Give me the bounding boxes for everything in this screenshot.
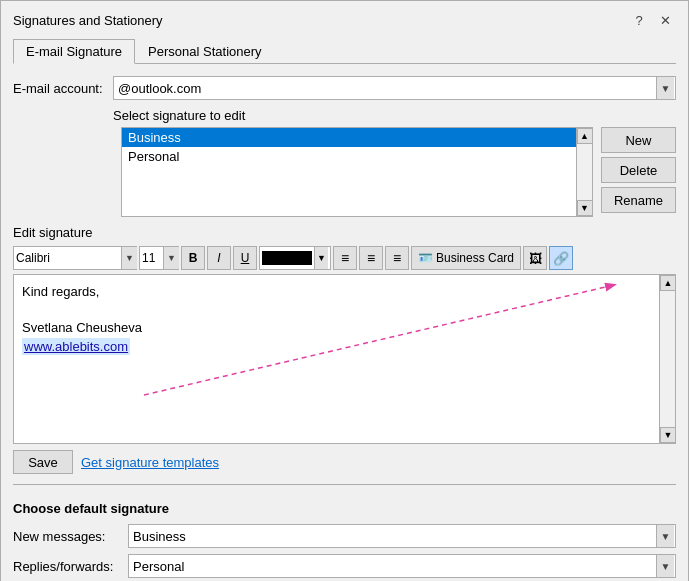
replies-row: Replies/forwards: Personal Business (non… [13, 554, 676, 578]
signature-list-box: Business Personal ▲ ▼ [121, 127, 593, 217]
signature-list-label: Select signature to edit [113, 108, 676, 123]
content-line1: Kind regards, [22, 283, 651, 301]
edit-scroll-down-icon[interactable]: ▼ [660, 427, 676, 443]
new-button[interactable]: New [601, 127, 676, 153]
new-messages-row: New messages: Business Personal (none) ▼ [13, 524, 676, 548]
edit-content: Kind regards, Svetlana Cheusheva www.abl… [22, 283, 651, 356]
signature-list-content: Business Personal [122, 128, 576, 216]
scroll-up-icon[interactable]: ▲ [577, 128, 593, 144]
edit-area-scrollbar: ▲ ▼ [659, 275, 675, 443]
edit-signature-section: Edit signature Calibri Arial Times New R… [13, 225, 676, 474]
email-account-label: E-mail account: [13, 81, 113, 96]
hyperlink-button[interactable]: 🔗 [549, 246, 573, 270]
size-select[interactable]: 11 8 9 10 12 14 [139, 246, 179, 270]
default-signature-title: Choose default signature [13, 501, 676, 516]
section-divider [13, 484, 676, 485]
delete-button[interactable]: Delete [601, 157, 676, 183]
bottom-actions: Save Get signature templates [13, 450, 676, 474]
edit-signature-label: Edit signature [13, 225, 676, 240]
tab-bar: E-mail Signature Personal Stationery [13, 39, 676, 64]
signature-item-personal[interactable]: Personal [122, 147, 576, 166]
replies-select-wrapper: Personal Business (none) ▼ [128, 554, 676, 578]
font-select[interactable]: Calibri Arial Times New Roman [13, 246, 137, 270]
bold-button[interactable]: B [181, 246, 205, 270]
tab-email-signature[interactable]: E-mail Signature [13, 39, 135, 64]
scroll-down-icon[interactable]: ▼ [577, 200, 593, 216]
email-account-select-wrapper: @outlook.com ▼ [113, 76, 676, 100]
color-swatch [262, 251, 312, 265]
email-account-row: E-mail account: @outlook.com ▼ [13, 76, 676, 100]
edit-area-wrapper: Kind regards, Svetlana Cheusheva www.abl… [13, 274, 676, 444]
default-signature-section: Choose default signature New messages: B… [13, 501, 676, 581]
business-card-button[interactable]: 🪪 Business Card [411, 246, 521, 270]
tab-personal-stationery[interactable]: Personal Stationery [135, 39, 274, 64]
scroll-track [577, 144, 592, 200]
email-account-select[interactable]: @outlook.com [113, 76, 676, 100]
content-line2 [22, 301, 651, 319]
content-line3: Svetlana Cheusheva [22, 319, 651, 337]
signature-item-business[interactable]: Business [122, 128, 576, 147]
close-button[interactable]: ✕ [654, 9, 676, 31]
template-link[interactable]: Get signature templates [81, 455, 219, 470]
align-center-button[interactable]: ≡ [359, 246, 383, 270]
signature-action-buttons: New Delete Rename [601, 127, 676, 217]
formatting-toolbar: Calibri Arial Times New Roman ▼ 11 8 9 1… [13, 246, 676, 270]
content-link: www.ablebits.com [22, 338, 651, 356]
edit-scroll-up-icon[interactable]: ▲ [660, 275, 676, 291]
insert-image-button[interactable]: 🖼 [523, 246, 547, 270]
new-messages-label: New messages: [13, 529, 128, 544]
business-card-label: Business Card [436, 251, 514, 265]
signature-list-area: Business Personal ▲ ▼ New Delete Rename [13, 127, 676, 217]
save-button[interactable]: Save [13, 450, 73, 474]
color-chevron-icon: ▼ [314, 247, 328, 269]
replies-label: Replies/forwards: [13, 559, 128, 574]
new-messages-select[interactable]: Business Personal (none) [128, 524, 676, 548]
signatures-stationery-dialog: Signatures and Stationery ? ✕ E-mail Sig… [0, 0, 689, 581]
edit-area[interactable]: Kind regards, Svetlana Cheusheva www.abl… [14, 275, 659, 443]
edit-scroll-track [660, 291, 675, 427]
italic-button[interactable]: I [207, 246, 231, 270]
underline-button[interactable]: U [233, 246, 257, 270]
dialog-title: Signatures and Stationery [13, 13, 163, 28]
signature-list-scrollbar: ▲ ▼ [576, 128, 592, 216]
new-messages-select-wrapper: Business Personal (none) ▼ [128, 524, 676, 548]
align-left-button[interactable]: ≡ [333, 246, 357, 270]
replies-select[interactable]: Personal Business (none) [128, 554, 676, 578]
rename-button[interactable]: Rename [601, 187, 676, 213]
title-bar: Signatures and Stationery ? ✕ [1, 1, 688, 31]
business-card-icon: 🪪 [418, 251, 433, 265]
font-select-wrapper: Calibri Arial Times New Roman ▼ [13, 246, 137, 270]
title-controls: ? ✕ [628, 9, 676, 31]
help-button[interactable]: ? [628, 9, 650, 31]
align-right-button[interactable]: ≡ [385, 246, 409, 270]
color-picker-wrapper[interactable]: ▼ [259, 246, 331, 270]
dialog-body: E-mail Signature Personal Stationery E-m… [1, 31, 688, 581]
size-select-wrapper: 11 8 9 10 12 14 ▼ [139, 246, 179, 270]
